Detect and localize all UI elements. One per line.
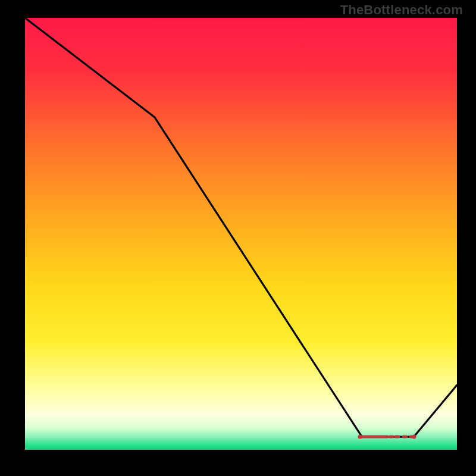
svg-point-9	[412, 435, 416, 439]
chart-svg	[25, 18, 457, 450]
svg-point-8	[358, 435, 362, 439]
bottleneck-chart	[25, 18, 457, 450]
gradient-background	[25, 18, 457, 450]
watermark-text: TheBottleneck.com	[340, 2, 463, 18]
chart-frame: TheBottleneck.com	[0, 0, 476, 476]
